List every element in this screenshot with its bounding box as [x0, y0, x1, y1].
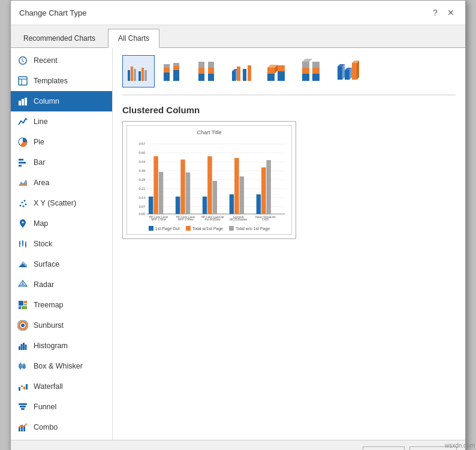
sidebar-item-map[interactable]: Map: [11, 213, 112, 234]
line-icon: [17, 116, 29, 128]
sidebar-item-surface[interactable]: Surface: [11, 254, 112, 274]
close-button[interactable]: ✕: [445, 7, 457, 19]
sidebar-item-pie[interactable]: Pie: [11, 132, 112, 152]
svg-text:MFP 178nw: MFP 178nw: [151, 218, 166, 221]
svg-rect-46: [19, 387, 20, 391]
chart-type-stacked-column[interactable]: [157, 55, 189, 87]
sidebar-item-treemap[interactable]: Treemap: [11, 295, 112, 315]
svg-point-13: [22, 202, 23, 204]
tab-all-charts[interactable]: All Charts: [108, 29, 159, 48]
svg-rect-77: [237, 67, 240, 81]
svg-rect-62: [164, 73, 170, 81]
sidebar-label-radar: Radar: [34, 280, 54, 289]
sunburst-icon: [17, 319, 29, 331]
svg-text:Pro M180nw: Pro M180nw: [205, 218, 221, 221]
sidebar-item-column[interactable]: Column: [11, 91, 112, 111]
sidebar-item-area[interactable]: Area: [11, 173, 112, 193]
help-button[interactable]: ?: [429, 7, 441, 19]
chart-type-100-stacked-column[interactable]: [192, 55, 224, 87]
sidebar-label-treemap: Treemap: [34, 301, 64, 309]
sidebar-item-waterfall[interactable]: Waterfall: [11, 376, 112, 397]
svg-rect-84: [278, 71, 285, 81]
svg-rect-30: [24, 304, 27, 306]
chart-type-100-3d-stacked[interactable]: [296, 55, 329, 87]
sidebar-item-combo[interactable]: Combo: [11, 417, 112, 437]
svg-text:0:28: 0:28: [138, 178, 145, 182]
svg-rect-67: [173, 63, 179, 66]
svg-rect-147: [229, 226, 234, 231]
sidebar-item-funnel[interactable]: Funnel: [11, 397, 112, 417]
svg-rect-37: [21, 344, 23, 350]
svg-rect-79: [248, 65, 251, 81]
column-icon: [17, 95, 29, 107]
svg-rect-123: [176, 197, 180, 214]
legend-item-total-wo-1st: Total w/o 1st Page: [229, 226, 270, 231]
sidebar: Recent Templates Column Li: [11, 48, 113, 440]
sidebar-item-histogram[interactable]: Histogram: [11, 336, 112, 356]
sidebar-item-box[interactable]: Box & Whisker: [11, 356, 112, 376]
svg-rect-5: [25, 98, 27, 105]
sidebar-item-recent[interactable]: Recent: [11, 50, 112, 71]
radar-icon: [17, 279, 29, 291]
sidebar-item-sunburst[interactable]: Sunburst: [11, 315, 112, 336]
sidebar-item-templates[interactable]: Templates: [11, 71, 112, 91]
sidebar-item-radar[interactable]: Radar: [11, 274, 112, 295]
templates-icon: [17, 75, 29, 87]
chart-type-clustered-column[interactable]: [122, 55, 155, 87]
chart-type-3d-column[interactable]: [331, 55, 363, 87]
svg-rect-134: [266, 160, 270, 214]
funnel-icon: [17, 401, 29, 413]
svg-rect-80: [267, 74, 275, 81]
svg-rect-71: [208, 74, 214, 81]
preview-chart-svg: 0:57 0:50 0:43 0:36 0:28 0:21 0:14 0:07 …: [131, 138, 288, 222]
svg-rect-126: [203, 197, 207, 214]
map-icon: [17, 218, 29, 229]
main-panel: Clustered Column Chart Title 0:57 0:50 0…: [113, 48, 465, 440]
sidebar-item-line[interactable]: Line: [11, 111, 112, 132]
svg-rect-66: [173, 66, 179, 70]
svg-rect-63: [164, 68, 170, 73]
ok-button[interactable]: OK: [363, 446, 405, 450]
scatter-icon: [17, 197, 29, 209]
svg-rect-132: [257, 194, 261, 214]
svg-text:0:21: 0:21: [138, 187, 145, 191]
svg-rect-90: [312, 74, 320, 81]
sidebar-label-map: Map: [34, 219, 48, 228]
sidebar-item-stock[interactable]: Stock: [11, 234, 112, 254]
chart-preview-inner: Chart Title 0:57 0:50 0:43 0:36 0:28 0:2…: [126, 125, 292, 235]
area-icon: [17, 177, 29, 189]
svg-rect-59: [138, 71, 141, 81]
svg-rect-18: [19, 242, 20, 244]
box-icon: [17, 360, 29, 372]
svg-rect-120: [149, 197, 153, 214]
svg-text:C405: C405: [262, 218, 269, 221]
svg-rect-22: [25, 243, 26, 246]
legend-label-2: Total w/1st Page: [192, 226, 223, 231]
sidebar-item-scatter[interactable]: X Y (Scatter): [11, 193, 112, 213]
sidebar-label-area: Area: [34, 179, 49, 187]
change-chart-type-dialog: Change Chart Type ? ✕ Recommended Charts…: [10, 0, 466, 450]
chart-type-3d-clustered[interactable]: [227, 55, 259, 87]
chart-icons-row: [122, 55, 456, 95]
tab-recommended[interactable]: Recommended Charts: [13, 29, 106, 47]
svg-marker-89: [302, 59, 312, 62]
sidebar-label-column: Column: [34, 97, 59, 105]
treemap-icon: [17, 299, 29, 311]
chart-type-3d-stacked[interactable]: [261, 55, 294, 87]
svg-rect-68: [198, 74, 204, 81]
svg-rect-64: [164, 64, 170, 68]
svg-point-14: [24, 200, 26, 202]
svg-point-15: [25, 204, 27, 206]
svg-rect-146: [186, 226, 191, 231]
svg-rect-145: [149, 226, 153, 231]
svg-rect-121: [153, 156, 158, 214]
svg-rect-60: [141, 68, 144, 81]
svg-rect-127: [207, 156, 212, 214]
svg-rect-128: [213, 181, 217, 214]
sidebar-item-bar[interactable]: Bar: [11, 152, 112, 173]
svg-rect-92: [312, 62, 320, 68]
clustered-column-icon: [125, 58, 152, 84]
sidebar-label-sunburst: Sunburst: [34, 321, 64, 330]
3d-stacked-icon: [264, 58, 291, 84]
svg-rect-131: [240, 176, 244, 214]
